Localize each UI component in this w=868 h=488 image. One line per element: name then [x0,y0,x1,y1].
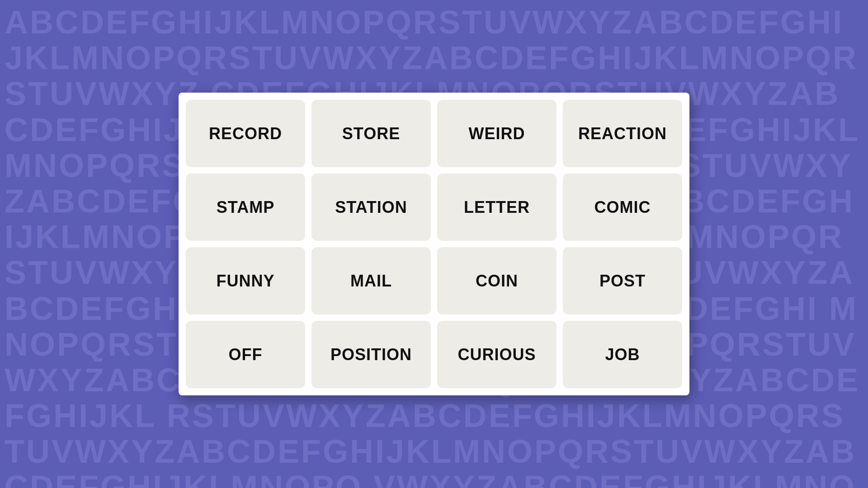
word-card-comic[interactable]: COMIC [563,174,682,241]
word-card-letter[interactable]: LETTER [437,174,557,241]
word-card-mail[interactable]: MAIL [311,247,431,314]
word-grid: RECORDSTOREWEIRDREACTIONSTAMPSTATIONLETT… [179,93,689,395]
word-card-position[interactable]: POSITION [311,321,431,388]
word-card-store[interactable]: STORE [311,100,431,167]
word-card-job[interactable]: JOB [563,321,682,388]
word-card-reaction[interactable]: REACTION [563,100,682,167]
word-card-station[interactable]: STATION [311,174,431,241]
word-card-funny[interactable]: FUNNY [186,247,305,314]
word-card-weird[interactable]: WEIRD [437,100,557,167]
word-card-stamp[interactable]: STAMP [186,174,305,241]
word-card-off[interactable]: OFF [186,321,305,388]
word-card-curious[interactable]: CURIOUS [437,321,557,388]
word-card-coin[interactable]: COIN [437,247,557,314]
word-card-record[interactable]: RECORD [186,100,305,167]
word-card-post[interactable]: POST [563,247,682,314]
